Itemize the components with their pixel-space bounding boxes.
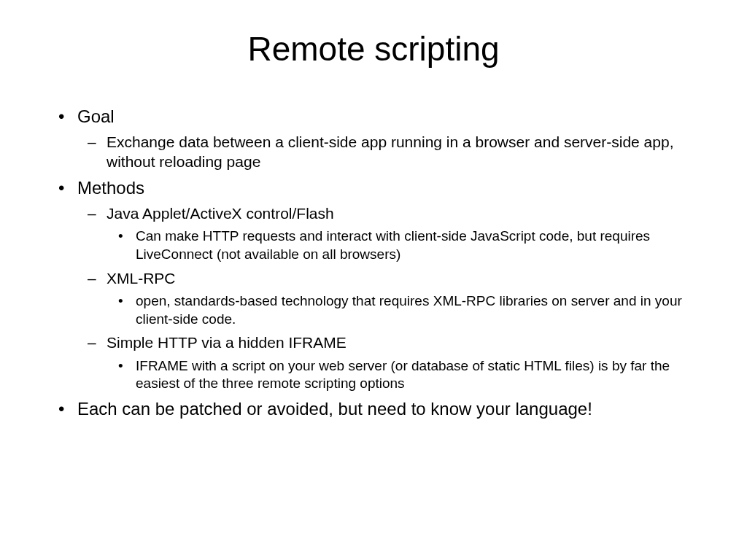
bullet-goal: Goal Exchange data between a client-side… [51, 105, 696, 172]
bullet-methods-label: Methods [77, 178, 144, 198]
bullet-method-xmlrpc-label: XML-RPC [107, 270, 176, 287]
bullet-method-applet: Java Applet/ActiveX control/Flash Can ma… [77, 203, 696, 264]
bullet-method-xmlrpc-detail: open, standards-based technology that re… [107, 292, 696, 328]
bullet-goal-sub: Exchange data between a client-side app … [77, 132, 696, 172]
slide-title: Remote scripting [51, 29, 696, 69]
bullet-method-iframe-detail: IFRAME with a script on your web server … [107, 357, 696, 393]
bullet-methods: Methods Java Applet/ActiveX control/Flas… [51, 176, 696, 393]
bullet-closing: Each can be patched or avoided, but need… [51, 397, 696, 420]
bullet-method-iframe-label: Simple HTTP via a hidden IFRAME [107, 334, 347, 351]
bullet-method-xmlrpc: XML-RPC open, standards-based technology… [77, 268, 696, 329]
bullet-method-iframe: Simple HTTP via a hidden IFRAME IFRAME w… [77, 332, 696, 393]
bullet-method-applet-label: Java Applet/ActiveX control/Flash [107, 205, 334, 222]
bullet-method-applet-detail: Can make HTTP requests and interact with… [107, 228, 696, 263]
bullet-list: Goal Exchange data between a client-side… [51, 105, 696, 420]
bullet-goal-label: Goal [77, 106, 115, 126]
